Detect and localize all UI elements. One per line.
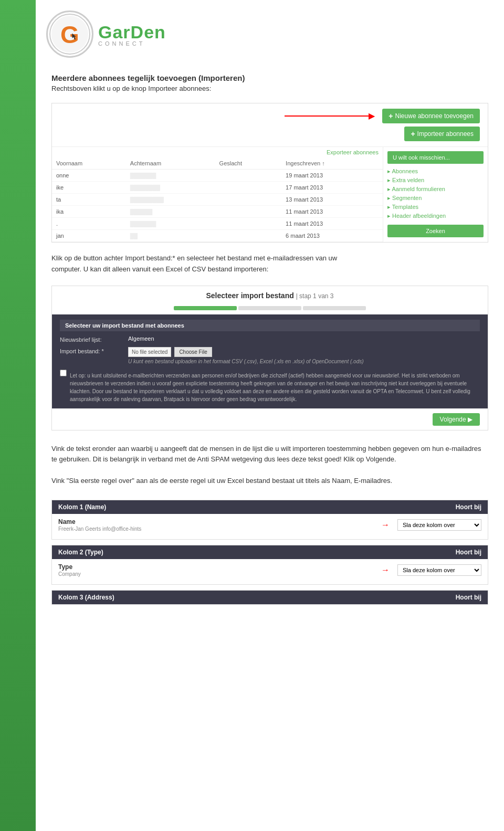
- cell-datum: 11 maart 2013: [281, 206, 383, 218]
- sidebar-item-header[interactable]: Header afbeeldingen: [387, 212, 484, 220]
- export-link-area: Exporteer abonnees: [52, 147, 383, 157]
- cell-voornaam: .: [52, 218, 126, 230]
- format-hint: U kunt een bestand uploaden in het forma…: [128, 359, 480, 364]
- section-text-3: Vink "Sla eerste regel over" aan als de …: [51, 476, 488, 487]
- kolom3-header: Kolom 3 (Address) Hoort bij: [52, 591, 488, 604]
- col-voornaam: Voornaam: [52, 157, 126, 170]
- cell-geslacht: [215, 194, 281, 206]
- plus-icon: +: [388, 112, 393, 120]
- kolom2-body: Type Company → Sla deze kolom over: [52, 559, 488, 584]
- import-form-title: Selecteer import bestand | stap 1 van 3: [52, 286, 488, 302]
- maybe-label: U wilt ook misschien...: [387, 151, 484, 164]
- table-row: . ███████ 11 maart 2013: [52, 218, 383, 230]
- newsletter-row: Nieuwsbrief lijst: Algemeen: [60, 335, 480, 343]
- kolom1-row: Name Freerk-Jan Geerts info@office-hints…: [58, 518, 481, 532]
- col-geslacht: Geslacht: [215, 157, 281, 170]
- newsletter-current: Algemeen: [128, 335, 154, 342]
- page-subheading: Rechtsboven klikt u op de knop Importeer…: [51, 85, 488, 92]
- cell-datum: 6 maart 2013: [281, 230, 383, 242]
- svg-text:G: G: [60, 21, 79, 48]
- cell-achternaam: █████████: [126, 194, 215, 206]
- logo-area: G GarDen CONNECT: [46, 10, 488, 58]
- cell-geslacht: [215, 218, 281, 230]
- cell-geslacht: [215, 206, 281, 218]
- cell-datum: 19 maart 2013: [281, 170, 383, 182]
- kolom2-data: Type Company: [58, 563, 373, 577]
- cell-achternaam: ███████: [126, 218, 215, 230]
- section-text-2: Vink de tekst eronder aan waarbij u aang…: [51, 444, 488, 466]
- cell-achternaam: ██████: [126, 206, 215, 218]
- choose-file-button[interactable]: Choose File: [174, 347, 212, 357]
- kolom2-hoort-bij: Hoort bij: [376, 549, 481, 556]
- kolom1-data: Name Freerk-Jan Geerts info@office-hints: [58, 518, 373, 532]
- progress-step-3: [303, 306, 366, 310]
- table-row: ike ████████ 17 maart 2013: [52, 182, 383, 194]
- kolom2-header: Kolom 2 (Type) Hoort bij: [52, 545, 488, 559]
- cell-voornaam: onne: [52, 170, 126, 182]
- sidebar-menu: Abonnees Extra velden Aanmeld formuliere…: [387, 167, 484, 220]
- logo-name: GarDen: [98, 22, 166, 43]
- cell-voornaam: ike: [52, 182, 126, 194]
- form-section-header: Selecteer uw import bestand met abonnees: [60, 320, 480, 331]
- cell-achternaam: ████████: [126, 182, 215, 194]
- col-ingeschreven: Ingeschreven ↑: [281, 157, 383, 170]
- kolom2-title: Kolom 2 (Type): [58, 549, 376, 556]
- file-input-row: Import bestand: * No file selected Choos…: [60, 347, 480, 364]
- terms-text: Let op: u kunt uitsluitend e-mailbericht…: [70, 372, 480, 403]
- cell-voornaam: ta: [52, 194, 126, 206]
- subscriber-layout: Exporteer abonnees Voornaam Achternaam G…: [52, 146, 488, 242]
- newsletter-value: Algemeen: [128, 335, 480, 342]
- export-subscribers-link[interactable]: Exporteer abonnees: [327, 149, 379, 155]
- sidebar-item-aanmeld[interactable]: Aanmeld formulieren: [387, 185, 484, 194]
- left-sidebar-bar: [0, 0, 36, 831]
- progress-step-1: [174, 306, 237, 310]
- sidebar-item-abonnees[interactable]: Abonnees: [387, 167, 484, 176]
- kolom1-title: Kolom 1 (Name): [58, 503, 376, 511]
- newsletter-label: Nieuwsbrief lijst:: [60, 335, 128, 343]
- col-achternaam: Achternaam: [126, 157, 215, 170]
- cell-voornaam: jan: [52, 230, 126, 242]
- kolom3-title: Kolom 3 (Address): [58, 594, 376, 601]
- kolom1-col-name: Name: [58, 518, 373, 525]
- new-subscriber-button[interactable]: + Nieuwe abonnee toevoegen: [382, 109, 480, 123]
- volgende-btn-row: Volgende ▶: [52, 408, 488, 430]
- cell-datum: 17 maart 2013: [281, 182, 383, 194]
- sidebar-item-templates[interactable]: Templates: [387, 203, 484, 212]
- table-row: jan ██ 6 maart 2013: [52, 230, 383, 242]
- volgende-button[interactable]: Volgende ▶: [433, 413, 480, 426]
- logo-svg: G: [49, 13, 91, 55]
- kolom1-select[interactable]: Sla deze kolom over: [397, 519, 481, 531]
- kolom2-select[interactable]: Sla deze kolom over: [397, 564, 481, 576]
- zoeken-button[interactable]: Zoeken: [387, 225, 484, 237]
- cell-geslacht: [215, 230, 281, 242]
- plus-icon-2: +: [411, 130, 415, 138]
- logo-text-block: GarDen CONNECT: [98, 22, 166, 47]
- kolom2-row: Type Company → Sla deze kolom over: [58, 563, 481, 577]
- terms-row: Let op: u kunt uitsluitend e-mailbericht…: [60, 369, 480, 403]
- kolom1-body: Name Freerk-Jan Geerts info@office-hints…: [52, 514, 488, 539]
- page-heading: Meerdere abonnees tegelijk toevoegen (Im…: [51, 73, 488, 82]
- sidebar-item-extra-velden[interactable]: Extra velden: [387, 176, 484, 185]
- import-subscribers-button[interactable]: + Importeer abonnees: [404, 127, 480, 141]
- kolom1-hoort-bij: Hoort bij: [376, 503, 481, 511]
- cell-achternaam: ███████: [126, 170, 215, 182]
- cell-achternaam: ██: [126, 230, 215, 242]
- logo-circle: G: [46, 10, 93, 58]
- file-label: Import bestand: *: [60, 347, 128, 354]
- file-input-group: No file selected Choose File: [128, 347, 480, 357]
- kolom1-samples: Freerk-Jan Geerts info@office-hints: [58, 526, 373, 532]
- kolom2-arrow: →: [381, 565, 390, 575]
- main-content: G GarDen CONNECT Meerdere abonnees tegel…: [36, 0, 504, 831]
- new-subscriber-label: Nieuwe abonnee toevoegen: [395, 112, 474, 120]
- subscriber-sidebar: U wilt ook misschien... Abonnees Extra v…: [383, 147, 488, 242]
- sidebar-item-segmenten[interactable]: Segmenten: [387, 194, 484, 203]
- terms-checkbox[interactable]: [60, 370, 67, 376]
- kolom2-mapping: Kolom 2 (Type) Hoort bij Type Company → …: [51, 545, 488, 585]
- top-button-panel: + Nieuwe abonnee toevoegen + Importeer a…: [52, 103, 488, 146]
- action-buttons: + Nieuwe abonnee toevoegen + Importeer a…: [382, 109, 480, 141]
- import-step: | stap 1 van 3: [296, 292, 334, 300]
- table-row: ta █████████ 13 maart 2013: [52, 194, 383, 206]
- subscriber-table-area: Exporteer abonnees Voornaam Achternaam G…: [52, 147, 383, 242]
- kolom1-header: Kolom 1 (Name) Hoort bij: [52, 500, 488, 514]
- cell-voornaam: ika: [52, 206, 126, 218]
